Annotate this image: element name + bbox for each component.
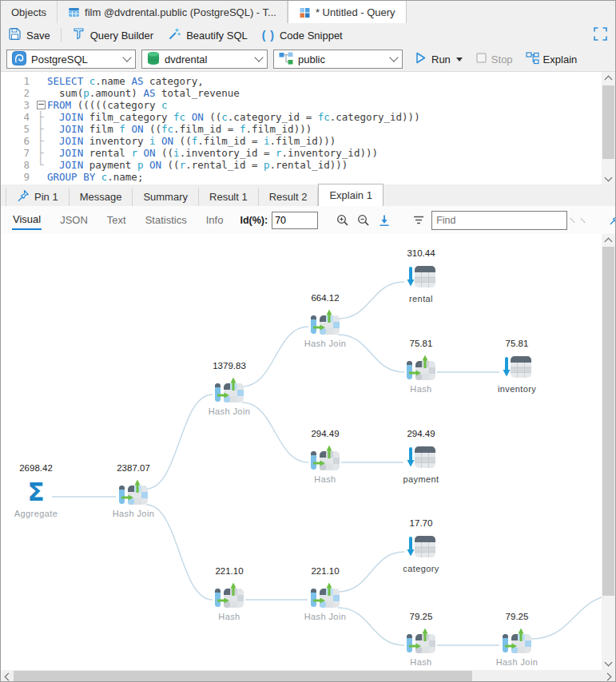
explain-button[interactable]: Explain xyxy=(519,49,584,69)
chevron-down-icon xyxy=(254,53,263,61)
editor-scrollbar[interactable] xyxy=(602,72,615,185)
fullscreen-button[interactable] xyxy=(594,27,607,43)
id-percent-input[interactable] xyxy=(272,212,318,229)
schema-select[interactable]: public xyxy=(273,50,403,69)
sigma-aggregate-icon: Σ xyxy=(1,478,74,506)
line-number: 2 xyxy=(1,87,34,99)
scroll-up-arrow[interactable] xyxy=(602,72,615,85)
scroll-up-arrow[interactable] xyxy=(602,234,615,247)
plan-hscroll-thumb[interactable] xyxy=(14,671,472,682)
zoom-in-icon[interactable] xyxy=(336,214,349,227)
code-text: JOIN film f ON ((fc.film_id = f.film_id)… xyxy=(47,123,312,135)
code-line: 5├ JOIN film f ON ((fc.film_id = f.film_… xyxy=(1,123,615,135)
result-tab-message[interactable]: Message xyxy=(70,188,133,206)
code-text: sum(p.amount) AS total_revenue xyxy=(47,87,240,99)
node-label: Aggregate xyxy=(1,509,74,518)
scroll-left-arrow[interactable] xyxy=(1,670,14,682)
fold-guide: ├ xyxy=(34,111,47,123)
plan-node-category[interactable]: 17.70category xyxy=(383,518,459,573)
plan-vertical-scrollbar[interactable] xyxy=(602,234,615,670)
view-tab-text[interactable]: Text xyxy=(106,211,127,229)
find-input[interactable] xyxy=(431,211,567,230)
explain-plan-canvas[interactable]: 2698.42ΣAggregate2387.07Hash Join1379.83… xyxy=(1,234,615,670)
code-line: 1SELECT c.name AS category, xyxy=(1,75,615,87)
plan-node-hj221[interactable]: 221.10Hash Join xyxy=(287,566,364,621)
run-button[interactable]: Run xyxy=(407,49,469,69)
plan-node-hash79[interactable]: 79.25Hash xyxy=(383,612,459,667)
line-number: 6 xyxy=(1,135,34,147)
view-tab-statistics[interactable]: Statistics xyxy=(145,211,188,229)
result-tab-summary[interactable]: Summary xyxy=(133,188,199,206)
schema-value: public xyxy=(298,54,386,65)
chevron-down-icon xyxy=(389,53,398,61)
node-label: Hash xyxy=(383,657,459,667)
hash-join-icon xyxy=(95,478,172,506)
sql-editor[interactable]: 1SELECT c.name AS category,2 sum(p.amoun… xyxy=(1,71,615,185)
node-label: Hash Join xyxy=(191,406,268,416)
editor-scroll-thumb[interactable] xyxy=(602,85,614,159)
window-tab-label: film @dvdrental.public (PostgreSQL) - T.… xyxy=(85,6,276,18)
line-number: 4 xyxy=(1,111,34,123)
filter-lines-icon[interactable] xyxy=(413,214,424,226)
query-builder-button[interactable]: Query Builder xyxy=(65,25,161,46)
toolbar-divider xyxy=(61,28,62,42)
window-tab-3[interactable]: * Untitled - Query xyxy=(288,1,407,24)
result-tab-pin-1[interactable]: Pin 1 xyxy=(6,188,70,206)
stop-button[interactable]: Stop xyxy=(469,49,519,69)
result-tab-result-1[interactable]: Result 1 xyxy=(199,188,259,206)
plan-node-hash221[interactable]: 221.10Hash xyxy=(191,566,268,621)
fold-guide: └ xyxy=(34,159,47,171)
zoom-out-icon[interactable] xyxy=(357,214,370,227)
view-tab-json[interactable]: JSON xyxy=(59,211,89,229)
node-cost-value: 294.49 xyxy=(383,429,459,440)
plan-node-hj79[interactable]: 79.25Hash Join xyxy=(479,612,555,667)
connection-select[interactable]: PostgreSQL xyxy=(6,50,136,69)
magic-wand-icon xyxy=(168,27,181,43)
view-tab-info[interactable]: Info xyxy=(205,211,225,229)
plan-node-inventory[interactable]: 75.81inventory xyxy=(479,339,555,394)
result-tab-explain-1[interactable]: Explain 1 xyxy=(318,184,383,207)
find-next-chevron[interactable] xyxy=(580,217,585,222)
explain-toolbar: Visual JSON Text Statistics Info Id(%): … xyxy=(1,206,615,235)
run-label: Run xyxy=(431,54,451,65)
hash-icon xyxy=(383,626,459,655)
result-tab-label: Result 1 xyxy=(209,191,248,203)
export-download-icon[interactable] xyxy=(378,214,391,227)
plan-node-aggregate[interactable]: 2698.42ΣAggregate xyxy=(1,463,74,518)
result-tab-bar: Pin 1MessageSummaryResult 1Result 2Expla… xyxy=(1,184,615,207)
node-label: Hash Join xyxy=(95,509,172,518)
plan-vscroll-thumb[interactable] xyxy=(602,247,614,596)
node-label: Hash xyxy=(287,474,364,484)
plan-node-hash294[interactable]: 294.49Hash xyxy=(287,429,364,484)
plan-node-hj2387[interactable]: 2387.07Hash Join xyxy=(95,463,172,518)
plan-node-payment[interactable]: 294.49payment xyxy=(383,429,459,484)
code-line: 8└ JOIN payment p ON ((r.rental_id = p.r… xyxy=(1,159,615,171)
scroll-right-arrow[interactable] xyxy=(602,670,615,682)
run-dropdown-caret[interactable] xyxy=(456,57,463,61)
window-tab-1[interactable]: Objects xyxy=(1,1,58,23)
scroll-down-arrow[interactable] xyxy=(602,172,615,185)
beautify-sql-label: Beautify SQL xyxy=(186,30,248,42)
fold-guide xyxy=(34,87,47,99)
node-label: Hash xyxy=(191,612,268,621)
pin-button[interactable]: Pin xyxy=(602,212,616,228)
find-previous-chevron[interactable] xyxy=(570,217,574,222)
plan-node-hj664[interactable]: 664.12Hash Join xyxy=(287,293,364,348)
result-tab-result-2[interactable]: Result 2 xyxy=(259,188,319,206)
plan-node-rental[interactable]: 310.44rental xyxy=(383,248,459,303)
node-cost-value: 79.25 xyxy=(383,612,459,623)
table-icon xyxy=(68,6,80,18)
code-text: JOIN film_category fc ON ((c.category_id… xyxy=(47,111,420,123)
window-tab-2[interactable]: film @dvdrental.public (PostgreSQL) - T.… xyxy=(58,1,288,23)
view-tab-visual[interactable]: Visual xyxy=(12,210,42,230)
code-snippet-button[interactable]: ( ) Code Snippet xyxy=(255,25,350,46)
plan-node-hj1379[interactable]: 1379.83Hash Join xyxy=(191,361,268,416)
fold-toggle-icon[interactable] xyxy=(34,99,47,111)
scroll-down-arrow[interactable] xyxy=(602,657,615,670)
plan-horizontal-scrollbar[interactable] xyxy=(1,670,616,682)
beautify-sql-button[interactable]: Beautify SQL xyxy=(161,25,255,46)
database-select[interactable]: dvdrental xyxy=(141,50,268,69)
plan-node-hash75[interactable]: 75.81Hash xyxy=(383,339,459,394)
code-text: SELECT c.name AS category, xyxy=(47,75,204,87)
save-button[interactable]: Save xyxy=(1,25,58,46)
